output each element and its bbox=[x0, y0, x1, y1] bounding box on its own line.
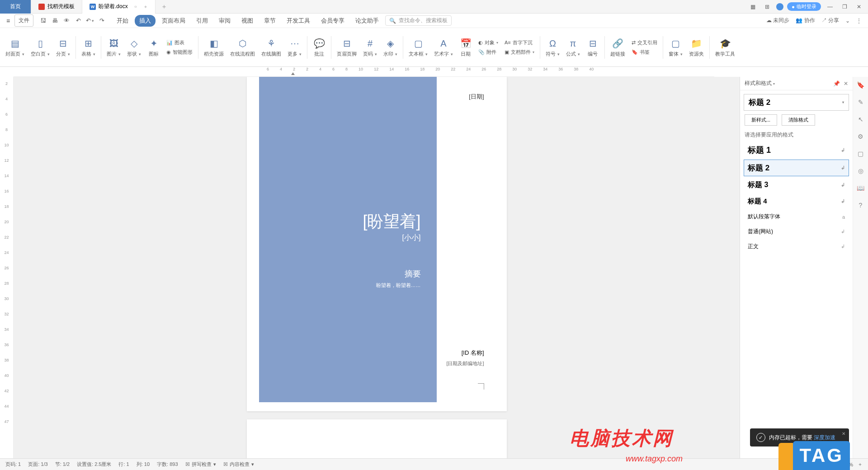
smartart-button[interactable]: ◉ 智能图形 bbox=[166, 49, 193, 56]
sync-status[interactable]: ☁ 未同步 bbox=[766, 17, 789, 24]
close-panel-icon[interactable]: ✕ bbox=[844, 80, 848, 87]
date-button[interactable]: 📅日期 bbox=[457, 37, 475, 57]
object-button[interactable]: ◐ 对象▾ bbox=[478, 39, 498, 46]
page-break-button[interactable]: ⊟分页 bbox=[53, 37, 73, 57]
redo-icon[interactable]: ↷ bbox=[98, 17, 106, 25]
tab-member[interactable]: 会员专享 bbox=[316, 15, 349, 27]
comment-button[interactable]: 💬批注 bbox=[310, 37, 328, 57]
tab-section[interactable]: 章节 bbox=[259, 15, 280, 27]
chart-button[interactable]: 📊 图表 bbox=[166, 39, 193, 46]
tab-thesis[interactable]: 论文助手 bbox=[351, 15, 383, 27]
page-number[interactable]: 页码: 1 bbox=[5, 461, 21, 468]
undo-icon[interactable]: ↶ bbox=[74, 17, 82, 25]
doc-subtitle[interactable]: [小小] bbox=[330, 233, 421, 243]
word-count[interactable]: 字数: 893 bbox=[157, 461, 178, 468]
preview-icon[interactable]: 👁 bbox=[62, 17, 71, 25]
grid-icon[interactable]: ▦ bbox=[747, 1, 758, 12]
symbol-button[interactable]: Ω符号 bbox=[543, 37, 562, 57]
resources-button[interactable]: 📁资源夹 bbox=[686, 37, 707, 57]
docparts-button[interactable]: ▣ 文档部件▾ bbox=[505, 49, 534, 56]
tab-reference[interactable]: 引用 bbox=[192, 15, 212, 27]
undo-dd[interactable]: ↶ bbox=[86, 17, 94, 25]
bookmark-icon[interactable]: 🔖 bbox=[856, 80, 865, 89]
attachment-button[interactable]: 📎 附件 bbox=[478, 49, 498, 56]
page-1[interactable]: [日期] [盼望着] [小小] 摘要 盼望着，盼望着…… [ID 名称] [日期… bbox=[247, 77, 507, 411]
numbering-button[interactable]: ⊟编号 bbox=[584, 37, 602, 57]
watermark-button[interactable]: ◈水印 bbox=[381, 37, 400, 57]
avatar[interactable] bbox=[776, 3, 783, 10]
collapse-ribbon-icon[interactable]: ⌄ bbox=[845, 18, 850, 24]
hyperlink-button[interactable]: 🔗超链接 bbox=[608, 37, 628, 57]
vertical-ruler[interactable]: 2468101214161820222426283032343638404244… bbox=[0, 77, 14, 458]
document-canvas[interactable]: [日期] [盼望着] [小小] 摘要 盼望着，盼望着…… [ID 名称] [日期… bbox=[14, 77, 740, 458]
style-heading3[interactable]: 标题 3↲ bbox=[744, 177, 849, 193]
position-value[interactable]: 设置值: 2.5厘米 bbox=[77, 461, 111, 468]
close-icon[interactable]: ＋ bbox=[143, 4, 148, 10]
style-body[interactable]: 正文↲ bbox=[744, 240, 849, 254]
tab-review[interactable]: 审阅 bbox=[214, 15, 235, 27]
spellcheck-toggle[interactable]: ☒ 拼写检查 ▾ bbox=[185, 461, 216, 468]
tab-start[interactable]: 开始 bbox=[112, 15, 133, 27]
wordart-button[interactable]: A艺术字 bbox=[431, 37, 456, 57]
contentcheck-toggle[interactable]: ☒ 内容检查 ▾ bbox=[223, 461, 254, 468]
style-heading1[interactable]: 标题 1↲ bbox=[744, 141, 849, 159]
speedup-link[interactable]: 深度加速 bbox=[814, 434, 835, 441]
help-icon[interactable]: ? bbox=[856, 201, 865, 210]
more-button[interactable]: ⋯更多 bbox=[285, 37, 304, 57]
tab-home[interactable]: 首页 bbox=[0, 0, 31, 14]
icon-button[interactable]: ✦图标 bbox=[145, 37, 163, 57]
section-count[interactable]: 节: 1/2 bbox=[55, 461, 70, 468]
style-heading2[interactable]: 标题 2↲ bbox=[744, 160, 849, 176]
id-placeholder[interactable]: [ID 名称] bbox=[462, 349, 484, 357]
row-value[interactable]: 行: 1 bbox=[118, 461, 129, 468]
tab-template[interactable]: 找稻壳模板 bbox=[31, 0, 82, 14]
address-placeholder[interactable]: [日期及邮编地址] bbox=[446, 360, 484, 367]
flowchart-button[interactable]: ⬡在线流程图 bbox=[227, 37, 258, 57]
mindmap-button[interactable]: ⚘在线脑图 bbox=[259, 37, 284, 57]
edit-icon[interactable]: ✎ bbox=[856, 98, 865, 107]
current-style-select[interactable]: 标题 2▾ bbox=[744, 94, 849, 111]
style-heading4[interactable]: 标题 4↲ bbox=[744, 194, 849, 209]
pin-icon[interactable]: 📌 bbox=[833, 80, 840, 87]
login-button[interactable]: ● 临时登录 bbox=[787, 2, 821, 11]
search-input[interactable]: 🔍查找命令、搜索模板 bbox=[385, 15, 452, 26]
location-icon[interactable]: ◎ bbox=[856, 166, 865, 175]
formula-button[interactable]: π公式 bbox=[563, 37, 583, 57]
style-normal-web[interactable]: 普通(网站)↲ bbox=[744, 225, 849, 239]
cover-page-button[interactable]: ▤封面页 bbox=[3, 37, 27, 57]
page-2[interactable]: 盼望着，盼望着……翘首以盼的新年近了。街市上车水马龙， bbox=[247, 419, 507, 458]
crossref-button[interactable]: ⇄ 交叉引用 bbox=[632, 39, 657, 46]
box-icon[interactable]: ▢ bbox=[856, 149, 865, 158]
tab-document[interactable]: W盼望着.docx○＋ bbox=[82, 0, 156, 14]
maximize-button[interactable]: ❐ bbox=[839, 1, 850, 12]
pagenum-button[interactable]: #页码 bbox=[360, 37, 380, 57]
headerfooter-button[interactable]: ⊟页眉页脚 bbox=[334, 37, 359, 57]
print-icon[interactable]: 🖶 bbox=[51, 17, 59, 25]
dropcap-button[interactable]: А≡ 首字下沉 bbox=[505, 39, 534, 46]
hamburger-icon[interactable]: ≡ bbox=[6, 17, 10, 24]
shape-button[interactable]: ◇形状 bbox=[124, 37, 144, 57]
close-notification-icon[interactable]: ✕ bbox=[842, 431, 845, 436]
new-style-button[interactable]: 新样式... bbox=[745, 114, 777, 126]
settings-icon[interactable]: ⚙ bbox=[856, 132, 865, 141]
horizontal-ruler[interactable]: 642246810121416182022242628303234363840 bbox=[14, 67, 714, 77]
save-icon[interactable]: 🖫 bbox=[39, 17, 47, 25]
page-count[interactable]: 页面: 1/3 bbox=[28, 461, 47, 468]
zoom-in[interactable]: ＋ bbox=[858, 461, 863, 468]
picture-button[interactable]: 🖼图片 bbox=[104, 37, 123, 57]
tab-devtools[interactable]: 开发工具 bbox=[282, 15, 315, 27]
blank-page-button[interactable]: ▯空白页 bbox=[28, 37, 52, 57]
tab-view[interactable]: 视图 bbox=[237, 15, 258, 27]
col-value[interactable]: 列: 10 bbox=[137, 461, 150, 468]
add-tab-button[interactable]: ＋ bbox=[156, 3, 173, 11]
apps-icon[interactable]: ⊞ bbox=[762, 1, 773, 12]
more-icon[interactable]: ⋮ bbox=[856, 18, 862, 24]
table-button[interactable]: ⊞表格 bbox=[79, 37, 98, 57]
teaching-button[interactable]: 🎓教学工具 bbox=[712, 37, 738, 57]
minimize-button[interactable]: — bbox=[825, 1, 835, 12]
abstract-text[interactable]: 盼望着，盼望着…… bbox=[303, 282, 421, 289]
date-placeholder[interactable]: [日期] bbox=[469, 93, 484, 101]
share-button[interactable]: ↗ 分享 bbox=[821, 17, 839, 24]
abstract-label[interactable]: 摘要 bbox=[330, 268, 421, 279]
book-icon[interactable]: 📖 bbox=[856, 183, 865, 193]
